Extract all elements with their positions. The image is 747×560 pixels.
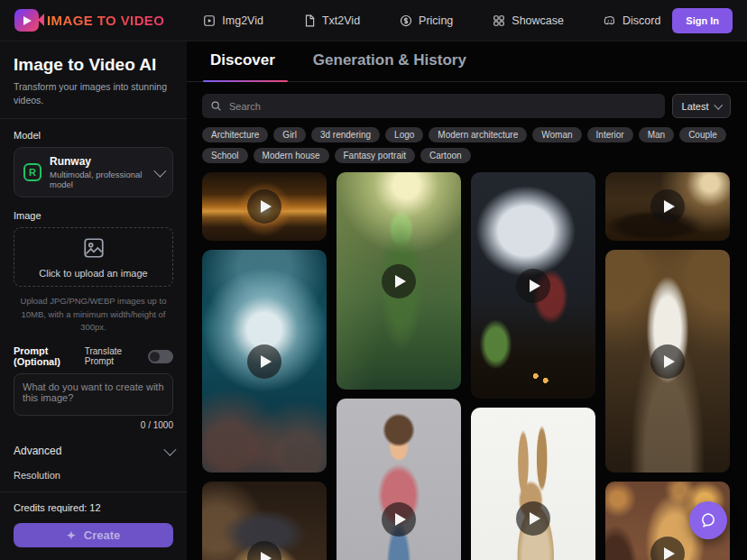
gallery-column [471,172,595,560]
credits-required-text: Credits required: 12 [14,502,173,513]
nav-item-img2vid[interactable]: Img2Vid [203,14,263,27]
chevron-down-icon [153,165,166,178]
divider [0,118,187,119]
play-button[interactable] [337,399,461,560]
play-icon [247,344,281,379]
tag-chip[interactable]: Girl [273,127,306,142]
tag-chip[interactable]: Couple [679,127,726,142]
chevron-down-icon [163,444,176,456]
model-select[interactable]: R Runway Multimodal, professional model [14,147,173,197]
prompt-label: Prompt (Optional) [14,345,85,367]
play-button[interactable] [471,172,595,399]
model-name: Runway [50,155,146,168]
play-icon [382,264,416,298]
main-panel: Discover Generation & History Latest Arc… [187,41,747,560]
tab-discover[interactable]: Discover [210,51,275,81]
tag-chip[interactable]: 3d rendering [311,127,380,142]
runway-logo-icon: R [23,163,42,181]
divider [0,491,187,492]
tag-chip[interactable]: Woman [532,127,581,142]
nav-item-txt2vid[interactable]: Txt2Vid [303,14,360,27]
tag-chip-list: ArchitectureGirl3d renderingLogoModern a… [202,127,743,163]
play-icon [650,189,685,224]
play-button[interactable] [605,250,730,473]
eagle-planting-video[interactable] [471,172,595,399]
tab-bar: Discover Generation & History [187,41,747,82]
tag-chip[interactable]: Logo [385,127,423,142]
play-button[interactable] [202,172,327,241]
document-icon [303,14,316,27]
play-icon [516,501,550,536]
nav-item-pricing[interactable]: Pricing [400,14,453,27]
dark-room-video[interactable] [605,172,730,241]
play-button[interactable] [202,482,327,560]
elf-girl-video[interactable] [337,172,461,390]
model-label: Model [14,130,173,141]
resolution-label: Resolution [14,470,173,481]
advanced-label: Advanced [14,445,61,457]
play-icon [382,502,416,537]
tag-chip[interactable]: Interior [587,127,633,142]
nav-item-showcase[interactable]: Showcase [493,14,564,27]
sort-dropdown[interactable]: Latest [672,94,731,118]
play-button[interactable] [202,250,327,473]
sunset-walker-video[interactable] [202,172,327,241]
rabbit-video[interactable] [471,408,595,560]
tab-generation-history[interactable]: Generation & History [313,51,466,81]
tag-chip[interactable]: Modern architecture [429,127,527,142]
cartoon-boy-video[interactable] [337,399,461,560]
dollar-circle-icon [400,14,412,27]
tag-chip[interactable]: School [202,148,248,163]
tag-chip[interactable]: Cartoon [420,148,471,163]
advanced-accordion[interactable]: Advanced [14,445,173,457]
nav-item-label: Showcase [512,14,564,27]
search-input[interactable] [229,101,657,112]
image-upload-dropzone[interactable]: Click to upload an image [14,227,173,287]
char-counter: 0 / 1000 [14,420,173,430]
search-icon [210,100,222,112]
play-button[interactable] [471,408,595,560]
nav-item-label: Pricing [419,14,453,27]
translate-prompt-toggle[interactable] [148,350,173,363]
video-gallery [202,172,731,560]
play-square-icon [203,14,216,27]
image-label: Image [14,210,173,221]
play-icon [516,269,550,303]
chat-bubble-icon [700,512,717,529]
gallery-column [337,172,461,560]
play-icon [650,537,685,560]
video-camera-icon [14,9,39,32]
tag-chip[interactable]: Man [639,127,674,142]
sidebar: Image to Video AI Transform your images … [0,41,187,560]
create-button-label: Create [84,528,120,542]
grid-icon [493,14,505,27]
page-title: Image to Video AI [14,55,173,75]
upload-help-text: Upload JPG/PNG/WEBP images up to 10MB, w… [15,295,171,334]
create-button[interactable]: ✦ Create [14,523,173,547]
scuba-cat-video[interactable] [202,250,327,473]
brand-name: IMAGE TO VIDEO [47,13,164,28]
sign-in-button[interactable]: Sign In [672,8,733,33]
chevron-down-icon [715,101,724,110]
tag-chip[interactable]: Architecture [202,127,268,142]
top-nav: IMAGE TO VIDEO Img2Vid Txt2Vid Pricing S… [0,0,747,41]
model-description: Multimodal, professional model [50,170,146,189]
play-button[interactable] [337,172,461,390]
nav-item-discord[interactable]: Discord [604,14,660,27]
play-icon [247,189,281,224]
chat-fab-button[interactable] [689,501,727,539]
brand-logo[interactable]: IMAGE TO VIDEO [14,9,164,32]
sort-selected: Latest [682,101,709,112]
image-icon [82,236,106,260]
tag-chip[interactable]: Fantasy portrait [335,148,415,163]
tag-chip[interactable]: Modern house [254,148,329,163]
play-icon [247,541,281,560]
discord-icon [604,14,616,27]
translate-prompt-label: Translate Prompt [85,346,143,366]
play-button[interactable] [605,172,730,241]
arab-man-video[interactable] [605,250,730,473]
prompt-textarea[interactable] [14,373,173,416]
nav-item-label: Img2Vid [222,14,263,27]
nav-item-label: Discord [622,14,660,27]
crowned-queen-video[interactable] [202,482,327,560]
